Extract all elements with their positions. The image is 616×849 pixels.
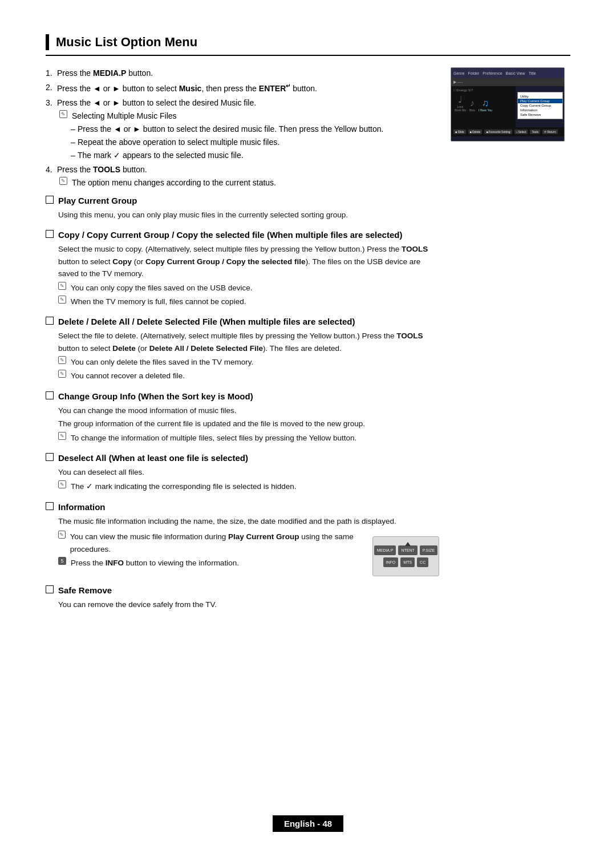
step-4: Press the TOOLS button. ✎ The option men… xyxy=(46,164,439,189)
delete-note2: You cannot recover a deleted file. xyxy=(71,370,185,382)
delete-note1: You can only delete the files saved in t… xyxy=(71,356,253,369)
step-3: Press the ◄ or ► button to select the de… xyxy=(46,97,439,161)
section-play-body: Using this menu, you can only play music… xyxy=(46,209,439,221)
tv-category-labels: □ Energy 5/7 xyxy=(453,88,513,92)
remote-btn-mts: MTS xyxy=(400,557,415,567)
tv-music-icon-3: ♫ I Have You xyxy=(479,98,492,112)
checkbox-icon-5 xyxy=(46,453,54,461)
section-delete: Delete / Delete All / Delete Selected Fi… xyxy=(46,316,439,382)
tv-btn-return: ⟳ Return xyxy=(542,130,557,134)
copy-note1: You can only copy the files saved on the… xyxy=(71,282,252,294)
section-info-body: The music file information including the… xyxy=(46,515,439,577)
note-icon-2: ✎ xyxy=(59,177,67,185)
section-copy-text: Select the music to copy. (Alternatively… xyxy=(58,243,439,280)
step3-sub3: The mark ✓ appears to the selected music… xyxy=(71,149,439,161)
section-info-header: Information xyxy=(46,501,439,513)
remote-row-1: MEDIA.P NTENT P.SIZE xyxy=(373,545,439,555)
tv-tab-title: Title xyxy=(529,71,536,75)
section-safe-remove: Safe Remove You can remove the device sa… xyxy=(46,584,439,611)
step3-sub1: Press the ◄ or ► button to select the de… xyxy=(71,123,439,135)
tv-music-icon-1: ♩ Love Work Mo xyxy=(455,94,466,112)
section-play-text: Using this menu, you can only play music… xyxy=(58,209,439,221)
copy-note2: When the TV memory is full, files cannot… xyxy=(71,296,246,308)
section-delete-text: Select the file to delete. (Alternativel… xyxy=(58,330,439,354)
footer: English - 48 xyxy=(0,815,616,832)
section-change-body: You can change the mood information of m… xyxy=(46,405,439,444)
tv-context-menu-area: Utility Play Current Group Copy Current … xyxy=(516,86,564,127)
deselect-body: You can deselect all files. xyxy=(58,466,439,479)
tv-music-icons-row: ♩ Love Work Mo ♪ Bias ♫ I Have You xyxy=(453,93,513,113)
section-play-title: Play Current Group xyxy=(58,195,137,207)
note-icon-10: 5 xyxy=(58,557,66,565)
main-content: Press the MEDIA.P button. Press the ◄ or… xyxy=(46,67,570,619)
tv-search-text: ▶ ---- xyxy=(453,80,463,84)
remote-screenshot: MEDIA.P NTENT P.SIZE INFO MTS CC xyxy=(372,536,439,576)
checkbox-icon-7 xyxy=(46,585,54,593)
tv-tab-folder: Folder xyxy=(468,71,479,75)
section-deselect-header: Deselect All (When at least one file is … xyxy=(46,452,439,464)
section-play-current-group: Play Current Group Using this menu, you … xyxy=(46,195,439,221)
tv-btn-select: ♪ Select xyxy=(514,130,528,134)
step-1: Press the MEDIA.P button. xyxy=(46,67,439,79)
safe-body: You can remove the device safely from th… xyxy=(58,599,439,611)
tv-tab-genre: Genre xyxy=(453,71,464,75)
change-note: To change the information of multiple fi… xyxy=(71,432,356,444)
section-safe-title: Safe Remove xyxy=(58,584,112,596)
tv-menu-copy-current: Copy Current Group xyxy=(518,103,562,108)
tv-btn-slide: ■ Slide xyxy=(453,130,466,134)
note-icon-6: ✎ xyxy=(58,370,66,378)
checkbox-icon-4 xyxy=(46,391,54,399)
remote-btn-mediap: MEDIA.P xyxy=(374,545,396,555)
tv-context-menu: Utility Play Current Group Copy Current … xyxy=(517,92,563,119)
section-delete-title: Delete / Delete All / Delete Selected Fi… xyxy=(58,316,355,328)
change-body2: The group information of the current fil… xyxy=(58,418,439,430)
note-icon-9: ✎ xyxy=(58,531,66,539)
tv-btn-fav: ■ Favourite Setting xyxy=(484,130,512,134)
section-copy-title: Copy / Copy Current Group / Copy the sel… xyxy=(58,229,402,241)
page-title: Music List Option Menu xyxy=(56,35,197,50)
checkbox-icon-1 xyxy=(46,196,54,204)
section-change-header: Change Group Info (When the Sort key is … xyxy=(46,390,439,402)
section-change-group: Change Group Info (When the Sort key is … xyxy=(46,390,439,444)
tv-screenshot: Genre Folder Preference Basic View Title… xyxy=(451,67,565,142)
section-copy-header: Copy / Copy Current Group / Copy the sel… xyxy=(46,229,439,241)
remote-row-2: INFO MTS CC xyxy=(373,557,439,567)
step3-sublist: Press the ◄ or ► button to select the de… xyxy=(59,123,439,161)
remote-btn-cc: CC xyxy=(417,557,428,567)
steps-section: Press the MEDIA.P button. Press the ◄ or… xyxy=(46,67,439,189)
info-body: The music file information including the… xyxy=(58,515,439,528)
change-body1: You can change the mood information of m… xyxy=(58,405,439,417)
step-2: Press the ◄ or ► button to select Music,… xyxy=(46,82,439,95)
checkbox-icon-6 xyxy=(46,502,54,510)
tv-tab-basicview: Basic View xyxy=(506,71,525,75)
step3-sub2: Repeat the above operation to select mul… xyxy=(71,136,439,148)
remote-btn-ntent: NTENT xyxy=(398,545,417,555)
section-change-title: Change Group Info (When the Sort key is … xyxy=(58,390,253,402)
note-icon-4: ✎ xyxy=(58,296,66,304)
right-column: Genre Folder Preference Basic View Title… xyxy=(451,67,570,619)
tv-tab-preference: Preference xyxy=(483,71,502,75)
note-icon-7: ✎ xyxy=(58,432,66,440)
tv-bottom-bar: ■ Slide ■ Delete ■ Favourite Setting ♪ S… xyxy=(451,127,564,136)
note-icon-3: ✎ xyxy=(58,282,66,290)
section-copy: Copy / Copy Current Group / Copy the sel… xyxy=(46,229,439,308)
section-safe-header: Safe Remove xyxy=(46,584,439,596)
section-play-header: Play Current Group xyxy=(46,195,439,207)
section-safe-body: You can remove the device safely from th… xyxy=(46,599,439,611)
checkbox-icon-3 xyxy=(46,317,54,325)
title-section: Music List Option Menu xyxy=(46,34,570,56)
note-icon-8: ✎ xyxy=(58,480,66,488)
section-copy-body: Select the music to copy. (Alternatively… xyxy=(46,243,439,308)
tv-main-area: □ Energy 5/7 ♩ Love Work Mo ♪ Bias xyxy=(451,86,564,127)
step3-note-title: Selecting Multiple Music Files xyxy=(72,110,177,122)
note-icon-5: ✎ xyxy=(58,356,66,364)
section-delete-body: Select the file to delete. (Alternativel… xyxy=(46,330,439,382)
tv-menu-safe-remove: Safe Remove xyxy=(518,112,562,117)
remote-btn-psize: P.SIZE xyxy=(420,545,437,555)
left-column: Press the MEDIA.P button. Press the ◄ or… xyxy=(46,67,439,619)
tv-menu-information: Information xyxy=(518,108,562,112)
section-info-title: Information xyxy=(58,501,106,513)
checkbox-icon-2 xyxy=(46,230,54,238)
step4-note: The option menu changes according to the… xyxy=(72,177,276,189)
footer-badge: English - 48 xyxy=(273,815,343,832)
